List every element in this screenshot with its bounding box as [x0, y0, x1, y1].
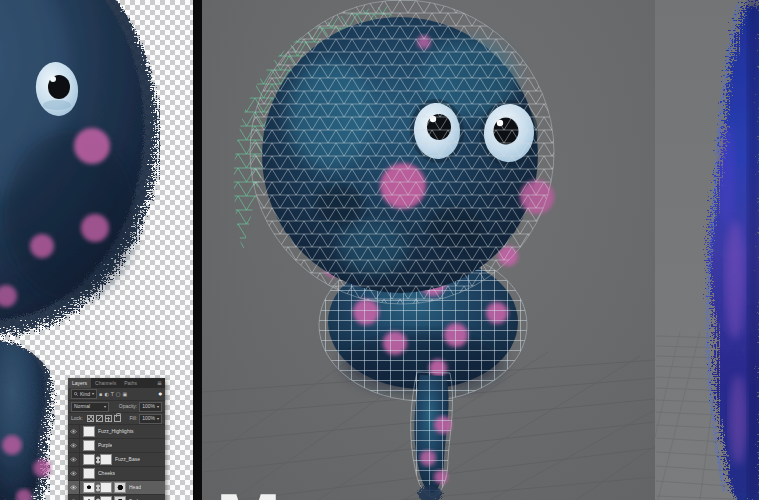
kind-filter-dropdown[interactable]: Kind ▾	[71, 389, 97, 399]
layer-filter-row: Kind ▾ ▪ ◐ T ▢ ▣ ●	[68, 388, 165, 401]
lock-transparency-icon[interactable]	[87, 415, 94, 422]
layer-texture-thumbnail[interactable]	[114, 496, 126, 500]
layer-name[interactable]: Purple	[98, 443, 112, 448]
layers-list: Fuzz_Highlights Purple Fuzz_Base Cheeks …	[68, 425, 165, 500]
layers-panel-tab-bar: Layers Channels Paths ≡	[68, 378, 165, 388]
layer-thumbnail[interactable]	[83, 440, 95, 451]
layer-visibility-icon[interactable]	[68, 439, 80, 452]
lock-label: Lock:	[71, 416, 83, 421]
layer-name[interactable]: Fuzz_Base	[115, 457, 140, 462]
layer-visibility-icon[interactable]	[68, 495, 80, 500]
layer-visibility-icon[interactable]	[68, 425, 80, 438]
layer-thumbnail[interactable]	[83, 426, 95, 437]
layer-row-selected[interactable]: Head	[68, 481, 165, 495]
chevron-down-icon: ▾	[157, 417, 159, 421]
layer-thumbnail[interactable]	[83, 454, 95, 465]
panel-divider	[193, 0, 202, 500]
opacity-field[interactable]: 100% ▾	[139, 402, 162, 412]
search-icon	[74, 392, 78, 396]
smart-object-filter-icon[interactable]: ▣	[123, 392, 128, 397]
shape-layer-filter-icon[interactable]: ▢	[116, 392, 121, 397]
layer-thumbnail[interactable]	[83, 496, 95, 500]
layer-name[interactable]: Fuzz_Highlights	[98, 429, 134, 434]
layer-name[interactable]: Cheeks	[98, 471, 115, 476]
layer-mask-thumbnail[interactable]	[100, 454, 112, 465]
layer-name[interactable]: Head	[129, 485, 141, 490]
tab-layers[interactable]: Layers	[68, 378, 91, 388]
lock-row: Lock: Fill: 100% ▾	[68, 413, 165, 425]
layer-row[interactable]: Fuzz_Highlights	[68, 425, 165, 439]
layer-mask-thumbnail[interactable]	[100, 482, 112, 493]
layer-mask-thumbnail[interactable]	[100, 496, 112, 500]
layer-visibility-icon[interactable]	[68, 453, 80, 466]
filtering-toggle-icon[interactable]: ●	[159, 392, 163, 396]
tab-channels[interactable]: Channels	[91, 378, 120, 388]
chevron-down-icon: ▾	[104, 405, 106, 409]
lock-position-icon[interactable]	[105, 415, 112, 422]
fur-render-3d-viewport[interactable]	[655, 0, 759, 500]
photoshop-layers-panel: Layers Channels Paths ≡ Kind ▾ ▪ ◐ T ▢ ▣…	[68, 378, 165, 500]
layer-row[interactable]: Fuzz_Base	[68, 453, 165, 467]
type-layer-filter-icon[interactable]: T	[111, 392, 114, 397]
layer-texture-thumbnail[interactable]	[114, 482, 126, 493]
chevron-down-icon: ▾	[157, 405, 159, 409]
panel-menu-icon[interactable]: ≡	[157, 378, 165, 388]
fill-field[interactable]: 100% ▾	[139, 414, 162, 424]
lock-all-icon[interactable]	[114, 415, 121, 422]
opacity-label: Opacity:	[119, 404, 137, 409]
pixel-layer-filter-icon[interactable]: ▪	[99, 392, 102, 397]
layer-thumbnail[interactable]	[83, 468, 95, 479]
chevron-down-icon: ▾	[92, 392, 94, 396]
wireframe-3d-viewport[interactable]	[202, 0, 655, 500]
blend-mode-dropdown[interactable]: Normal ▾	[71, 402, 109, 412]
tab-paths[interactable]: Paths	[120, 378, 141, 388]
layer-visibility-icon[interactable]	[68, 481, 80, 494]
fill-label: Fill:	[129, 416, 137, 421]
lock-pixels-icon[interactable]	[96, 415, 103, 422]
watermark-letter: M	[216, 482, 281, 500]
blend-mode-row: Normal ▾ Opacity: 100% ▾	[68, 401, 165, 413]
layer-row[interactable]: Cheeks	[68, 467, 165, 481]
layer-visibility-icon[interactable]	[68, 467, 80, 480]
layer-row[interactable]: Body	[68, 495, 165, 500]
layer-thumbnail[interactable]	[83, 482, 95, 493]
adjustment-layer-filter-icon[interactable]: ◐	[104, 392, 108, 397]
layer-row[interactable]: Purple	[68, 439, 165, 453]
